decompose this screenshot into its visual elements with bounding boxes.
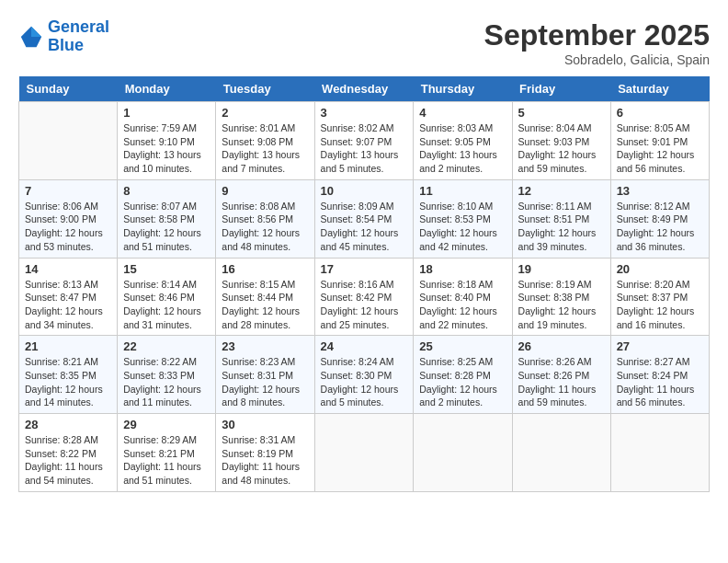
calendar-cell: 19Sunrise: 8:19 AM Sunset: 8:38 PM Dayli… — [512, 258, 610, 336]
calendar-cell: 2Sunrise: 8:01 AM Sunset: 9:08 PM Daylig… — [216, 102, 314, 180]
day-info: Sunrise: 8:13 AM Sunset: 8:47 PM Dayligh… — [25, 278, 111, 332]
calendar-header: Sunday Monday Tuesday Wednesday Thursday… — [19, 76, 710, 102]
day-number: 5 — [518, 106, 605, 120]
day-info: Sunrise: 8:15 AM Sunset: 8:44 PM Dayligh… — [222, 278, 308, 332]
day-info: Sunrise: 8:19 AM Sunset: 8:38 PM Dayligh… — [518, 278, 605, 332]
logo-icon — [18, 24, 44, 50]
day-number: 14 — [25, 262, 111, 276]
day-info: Sunrise: 8:03 AM Sunset: 9:05 PM Dayligh… — [419, 121, 506, 176]
header-saturday: Saturday — [610, 76, 709, 102]
day-info: Sunrise: 8:10 AM Sunset: 8:53 PM Dayligh… — [419, 200, 506, 254]
calendar-cell: 11Sunrise: 8:10 AM Sunset: 8:53 PM Dayli… — [414, 179, 512, 258]
day-number: 25 — [419, 339, 506, 353]
calendar-cell: 4Sunrise: 8:03 AM Sunset: 9:05 PM Daylig… — [414, 102, 512, 180]
calendar-cell: 24Sunrise: 8:24 AM Sunset: 8:30 PM Dayli… — [314, 336, 414, 414]
header-friday: Friday — [512, 76, 610, 102]
day-number: 20 — [617, 262, 703, 276]
day-number: 3 — [321, 106, 408, 120]
day-number: 1 — [123, 106, 210, 120]
day-number: 30 — [222, 418, 308, 431]
calendar-cell: 6Sunrise: 8:05 AM Sunset: 9:01 PM Daylig… — [610, 102, 709, 180]
header-monday: Monday — [118, 76, 216, 102]
calendar-row: 14Sunrise: 8:13 AM Sunset: 8:47 PM Dayli… — [19, 258, 710, 336]
calendar-cell: 28Sunrise: 8:28 AM Sunset: 8:22 PM Dayli… — [19, 414, 118, 492]
day-number: 24 — [321, 339, 408, 353]
calendar-row: 7Sunrise: 8:06 AM Sunset: 9:00 PM Daylig… — [19, 179, 710, 258]
day-number: 26 — [518, 339, 605, 353]
day-number: 21 — [25, 339, 111, 353]
day-info: Sunrise: 8:25 AM Sunset: 8:28 PM Dayligh… — [419, 355, 506, 409]
day-info: Sunrise: 8:01 AM Sunset: 9:08 PM Dayligh… — [222, 121, 308, 176]
day-info: Sunrise: 8:07 AM Sunset: 8:58 PM Dayligh… — [123, 200, 210, 254]
day-number: 29 — [123, 418, 210, 431]
day-info: Sunrise: 8:04 AM Sunset: 9:03 PM Dayligh… — [518, 121, 605, 176]
day-number: 10 — [321, 184, 408, 198]
calendar-cell — [314, 414, 414, 492]
calendar-cell: 14Sunrise: 8:13 AM Sunset: 8:47 PM Dayli… — [19, 258, 118, 336]
day-info: Sunrise: 8:27 AM Sunset: 8:24 PM Dayligh… — [617, 355, 703, 409]
day-info: Sunrise: 8:06 AM Sunset: 9:00 PM Dayligh… — [25, 200, 111, 254]
calendar-body: 1Sunrise: 7:59 AM Sunset: 9:10 PM Daylig… — [19, 102, 710, 492]
calendar-cell — [414, 414, 512, 492]
calendar-cell: 16Sunrise: 8:15 AM Sunset: 8:44 PM Dayli… — [216, 258, 314, 336]
calendar-row: 1Sunrise: 7:59 AM Sunset: 9:10 PM Daylig… — [19, 102, 710, 180]
header-tuesday: Tuesday — [216, 76, 314, 102]
day-number: 17 — [321, 262, 408, 276]
day-number: 9 — [222, 184, 308, 198]
calendar-cell — [610, 414, 709, 492]
calendar-cell: 17Sunrise: 8:16 AM Sunset: 8:42 PM Dayli… — [314, 258, 414, 336]
calendar-cell: 7Sunrise: 8:06 AM Sunset: 9:00 PM Daylig… — [19, 179, 118, 258]
day-info: Sunrise: 8:05 AM Sunset: 9:01 PM Dayligh… — [617, 121, 703, 176]
day-number: 6 — [617, 106, 703, 120]
day-info: Sunrise: 8:31 AM Sunset: 8:19 PM Dayligh… — [222, 433, 308, 488]
calendar-cell: 29Sunrise: 8:29 AM Sunset: 8:21 PM Dayli… — [118, 414, 216, 492]
calendar-cell: 15Sunrise: 8:14 AM Sunset: 8:46 PM Dayli… — [118, 258, 216, 336]
day-info: Sunrise: 8:11 AM Sunset: 8:51 PM Dayligh… — [518, 200, 605, 254]
calendar-cell: 9Sunrise: 8:08 AM Sunset: 8:56 PM Daylig… — [216, 179, 314, 258]
day-info: Sunrise: 8:02 AM Sunset: 9:07 PM Dayligh… — [321, 121, 408, 176]
day-number: 15 — [123, 262, 210, 276]
header-row: Sunday Monday Tuesday Wednesday Thursday… — [19, 76, 710, 102]
day-info: Sunrise: 8:16 AM Sunset: 8:42 PM Dayligh… — [321, 278, 408, 332]
header: General Blue September 2025 Sobradelo, G… — [18, 18, 710, 67]
calendar-cell: 8Sunrise: 8:07 AM Sunset: 8:58 PM Daylig… — [118, 179, 216, 258]
month-title: September 2025 — [484, 18, 710, 52]
logo: General Blue — [18, 18, 109, 55]
calendar-cell: 30Sunrise: 8:31 AM Sunset: 8:19 PM Dayli… — [216, 414, 314, 492]
calendar-cell: 22Sunrise: 8:22 AM Sunset: 8:33 PM Dayli… — [118, 336, 216, 414]
calendar-cell: 5Sunrise: 8:04 AM Sunset: 9:03 PM Daylig… — [512, 102, 610, 180]
day-info: Sunrise: 8:26 AM Sunset: 8:26 PM Dayligh… — [518, 355, 605, 409]
calendar-cell: 1Sunrise: 7:59 AM Sunset: 9:10 PM Daylig… — [118, 102, 216, 180]
calendar-cell — [512, 414, 610, 492]
day-number: 27 — [617, 339, 703, 353]
day-info: Sunrise: 8:12 AM Sunset: 8:49 PM Dayligh… — [617, 200, 703, 254]
day-number: 18 — [419, 262, 506, 276]
calendar-cell: 3Sunrise: 8:02 AM Sunset: 9:07 PM Daylig… — [314, 102, 414, 180]
calendar-cell — [19, 102, 118, 180]
calendar-cell: 27Sunrise: 8:27 AM Sunset: 8:24 PM Dayli… — [610, 336, 709, 414]
day-info: Sunrise: 7:59 AM Sunset: 9:10 PM Dayligh… — [123, 121, 210, 176]
calendar-cell: 25Sunrise: 8:25 AM Sunset: 8:28 PM Dayli… — [414, 336, 512, 414]
day-info: Sunrise: 8:24 AM Sunset: 8:30 PM Dayligh… — [321, 355, 408, 409]
day-info: Sunrise: 8:23 AM Sunset: 8:31 PM Dayligh… — [222, 355, 308, 409]
day-info: Sunrise: 8:21 AM Sunset: 8:35 PM Dayligh… — [25, 355, 111, 409]
svg-marker-1 — [31, 27, 41, 37]
calendar-cell: 12Sunrise: 8:11 AM Sunset: 8:51 PM Dayli… — [512, 179, 610, 258]
day-info: Sunrise: 8:22 AM Sunset: 8:33 PM Dayligh… — [123, 355, 210, 409]
day-info: Sunrise: 8:09 AM Sunset: 8:54 PM Dayligh… — [321, 200, 408, 254]
day-info: Sunrise: 8:20 AM Sunset: 8:37 PM Dayligh… — [617, 278, 703, 332]
day-info: Sunrise: 8:08 AM Sunset: 8:56 PM Dayligh… — [222, 200, 308, 254]
day-number: 28 — [25, 418, 111, 431]
header-wednesday: Wednesday — [314, 76, 414, 102]
day-number: 12 — [518, 184, 605, 198]
calendar-cell: 10Sunrise: 8:09 AM Sunset: 8:54 PM Dayli… — [314, 179, 414, 258]
calendar-cell: 26Sunrise: 8:26 AM Sunset: 8:26 PM Dayli… — [512, 336, 610, 414]
day-info: Sunrise: 8:29 AM Sunset: 8:21 PM Dayligh… — [123, 433, 210, 488]
month-title-area: September 2025 Sobradelo, Galicia, Spain — [484, 18, 710, 67]
day-number: 13 — [617, 184, 703, 198]
day-number: 4 — [419, 106, 506, 120]
location-title: Sobradelo, Galicia, Spain — [484, 52, 710, 67]
day-info: Sunrise: 8:14 AM Sunset: 8:46 PM Dayligh… — [123, 278, 210, 332]
day-number: 19 — [518, 262, 605, 276]
day-number: 7 — [25, 184, 111, 198]
